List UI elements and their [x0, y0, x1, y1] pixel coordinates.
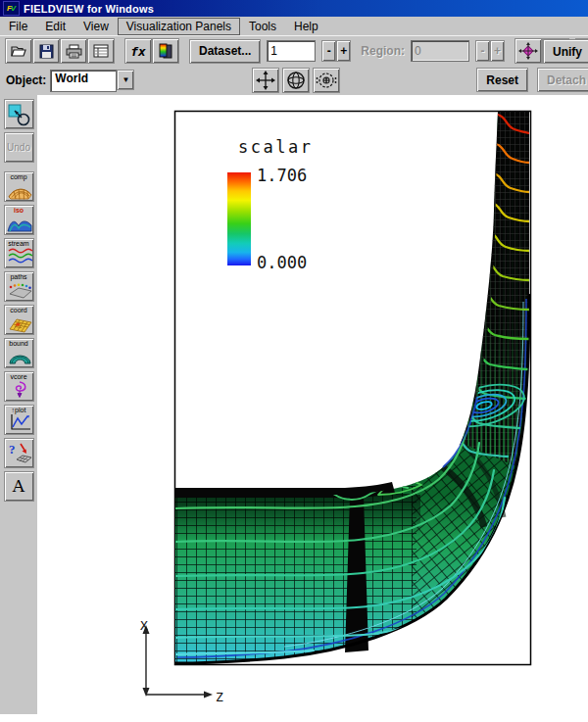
main-toolbar: fx Dataset... - + Region: - + — [0, 35, 588, 66]
app-icon-v: V — [11, 5, 16, 13]
open-file-button[interactable] — [5, 38, 32, 64]
title-bar[interactable]: FV FIELDVIEW for Windows — [0, 0, 588, 17]
computational-surface-icon — [7, 180, 33, 200]
tool-sidebar: Undo comp iso stream — [0, 95, 37, 714]
vcore-label: vcore — [10, 373, 26, 381]
menu-tools[interactable]: Tools — [240, 18, 285, 35]
dataset-plus-button[interactable]: + — [336, 40, 351, 62]
surface-zoom-icon — [6, 102, 31, 127]
legend-min-value: 0.000 — [257, 253, 307, 272]
colormap-button[interactable] — [152, 38, 179, 64]
view-actions-group: Reset Detach — [476, 68, 588, 92]
streamlines-button[interactable]: stream — [4, 238, 34, 268]
svg-text:?: ? — [9, 442, 16, 457]
reset-button[interactable]: Reset — [476, 68, 528, 92]
workspace: Undo comp iso stream — [0, 95, 588, 722]
zoom-mode-button[interactable] — [313, 68, 340, 93]
probe-query-button[interactable]: ? — [4, 438, 34, 468]
annotation-a-glyph: A — [13, 478, 24, 495]
menu-bar: File Edit View Visualization Panels Tool… — [0, 17, 588, 36]
plot-label: ↑plot — [12, 407, 26, 414]
legend-title: scalar — [238, 137, 313, 157]
coordinate-surface-icon — [7, 313, 33, 333]
pan-arrows-icon — [256, 71, 275, 90]
detach-button: Detach — [537, 68, 588, 92]
legend-max-value: 1.706 — [257, 166, 307, 185]
coord-label: coord — [10, 307, 27, 314]
region-label: Region: — [361, 44, 405, 58]
probe-query-icon: ? — [7, 441, 33, 466]
undo-button: Undo — [4, 132, 34, 163]
window-title: FIELDVIEW for Windows — [24, 3, 154, 15]
iso-label: iso — [14, 207, 24, 215]
boundary-surface-icon — [7, 347, 33, 366]
comp-label: comp — [10, 173, 26, 181]
view-transform-group — [252, 68, 340, 93]
particle-paths-icon — [7, 280, 33, 300]
menu-help[interactable]: Help — [285, 18, 327, 35]
object-label: Object: — [6, 73, 46, 87]
undo-label: Undo — [7, 142, 30, 153]
unify-button[interactable]: Unify — [543, 39, 588, 64]
open-folder-icon — [10, 44, 27, 58]
transform-controls-button[interactable] — [514, 38, 542, 64]
bound-label: bound — [9, 340, 27, 348]
menu-file[interactable]: File — [0, 18, 36, 35]
annotation-text-button[interactable]: A — [4, 471, 34, 502]
vortex-core-button[interactable]: vcore — [4, 371, 34, 402]
coordinate-surface-button[interactable]: coord — [4, 305, 34, 335]
iso-surface-icon — [7, 214, 33, 233]
plot-icon — [7, 413, 33, 432]
function-editor-button[interactable]: fx — [124, 38, 152, 64]
printer-icon — [66, 44, 82, 59]
paths-label: paths — [10, 273, 26, 281]
menu-visualization-panels[interactable]: Visualization Panels — [118, 18, 240, 35]
transform-arrows-icon — [518, 42, 538, 60]
menu-edit[interactable]: Edit — [36, 18, 74, 35]
app-icon: FV — [3, 1, 20, 16]
dataset-button[interactable]: Dataset... — [189, 39, 261, 64]
rotate-globe-icon — [286, 71, 306, 90]
pan-mode-button[interactable] — [252, 68, 279, 93]
object-dropdown-value[interactable]: World — [50, 70, 117, 92]
plot-button[interactable]: ↑plot — [4, 405, 34, 435]
save-button[interactable] — [32, 38, 60, 64]
fx-icon: fx — [130, 44, 146, 59]
iso-surface-button[interactable]: iso — [4, 205, 34, 235]
vortex-core-icon — [7, 380, 33, 399]
object-dropdown[interactable]: World ▼ — [50, 70, 134, 92]
rotate-mode-button[interactable] — [282, 68, 310, 93]
report-panel-icon — [93, 44, 109, 58]
menu-view[interactable]: View — [74, 18, 118, 35]
report-panel-button[interactable] — [87, 38, 115, 64]
region-number-input — [411, 40, 469, 62]
computational-surface-button[interactable]: comp — [4, 171, 34, 202]
render-area[interactable]: scalar 1.706 0.000 X Z — [37, 95, 588, 722]
legend-colorbar — [227, 172, 251, 265]
z-axis-label: Z — [216, 690, 223, 704]
app-window: FV FIELDVIEW for Windows File Edit View … — [0, 0, 588, 722]
x-axis-label: X — [140, 618, 148, 633]
dataset-minus-button[interactable]: - — [321, 40, 336, 62]
dataset-number-input[interactable] — [267, 40, 316, 62]
region-plus-button: + — [490, 40, 505, 62]
streamlines-icon — [7, 247, 33, 265]
colormap-icon — [158, 43, 173, 59]
region-minus-button: - — [475, 40, 490, 62]
surface-zoom-tool-button[interactable] — [4, 99, 34, 129]
boundary-surface-button[interactable]: bound — [4, 338, 34, 368]
object-toolbar: Object: World ▼ — [0, 66, 588, 95]
print-button[interactable] — [60, 38, 87, 64]
particle-paths-button[interactable]: paths — [4, 271, 34, 302]
stream-label: stream — [8, 240, 28, 248]
chevron-down-icon: ▼ — [122, 75, 129, 84]
floppy-disk-icon — [39, 44, 54, 59]
zoom-grid-sphere-icon — [316, 71, 337, 90]
object-dropdown-arrow[interactable]: ▼ — [117, 70, 134, 90]
render-canvas[interactable]: scalar 1.706 0.000 X Z — [37, 95, 588, 722]
